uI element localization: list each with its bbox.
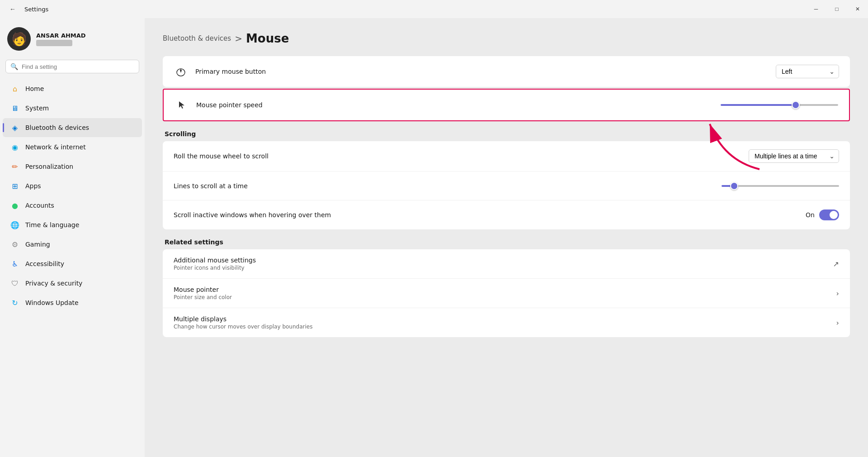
apps-label: Apps bbox=[25, 182, 41, 190]
home-icon: ⌂ bbox=[10, 84, 20, 94]
sidebar-item-network[interactable]: ◉Network & internet bbox=[3, 138, 142, 157]
content-wrapper: Primary mouse button Left Right bbox=[163, 56, 850, 337]
nav-list: ⌂Home🖥System◈Bluetooth & devices◉Network… bbox=[0, 79, 145, 313]
minimize-button[interactable]: ─ bbox=[806, 0, 826, 18]
primary-mouse-button-control: Left Right bbox=[776, 65, 839, 78]
network-icon: ◉ bbox=[10, 142, 20, 152]
scroll-inactive-control: On bbox=[806, 209, 839, 220]
mouse-pointer-speed-control bbox=[721, 104, 838, 106]
titlebar-left: ← Settings bbox=[5, 2, 48, 16]
accessibility-icon: ♿ bbox=[10, 259, 20, 269]
sidebar-item-time[interactable]: 🌐Time & language bbox=[3, 215, 142, 234]
maximize-button[interactable]: □ bbox=[826, 0, 847, 18]
user-profile[interactable]: 🧑 ANSAR AHMAD bbox=[0, 22, 145, 58]
roll-mouse-wheel-dropdown[interactable]: Multiple lines at a time One screen at a… bbox=[749, 149, 839, 163]
lines-to-scroll-control bbox=[722, 185, 839, 187]
search-icon: 🔍 bbox=[10, 63, 18, 70]
mouse-pointer-speed-label: Mouse pointer speed bbox=[196, 101, 721, 109]
network-label: Network & internet bbox=[25, 143, 86, 151]
accounts-icon: ● bbox=[10, 200, 20, 210]
apps-icon: ⊞ bbox=[10, 181, 20, 191]
related-row-multiple-displays-title: Multiple displays bbox=[174, 315, 836, 323]
user-subtitle bbox=[36, 40, 72, 46]
mouse-pointer-speed-slider-wrap bbox=[721, 104, 838, 106]
system-label: System bbox=[25, 105, 49, 112]
related-row-mouse-pointer-sub: Pointer size and color bbox=[174, 294, 836, 300]
roll-mouse-wheel-control: Multiple lines at a time One screen at a… bbox=[749, 149, 839, 163]
lines-to-scroll-row: Lines to scroll at a time bbox=[163, 171, 850, 200]
back-button[interactable]: ← bbox=[5, 2, 20, 16]
pointer-icon bbox=[175, 98, 189, 112]
sidebar-item-personalization[interactable]: ✏Personalization bbox=[3, 157, 142, 176]
scroll-inactive-row: Scroll inactive windows when hovering ov… bbox=[163, 200, 850, 229]
lines-to-scroll-slider[interactable] bbox=[722, 185, 839, 187]
home-label: Home bbox=[25, 85, 44, 92]
breadcrumb-separator: > bbox=[235, 33, 242, 44]
mouse-pointer-speed-slider[interactable] bbox=[721, 104, 838, 106]
related-row-multiple-displays[interactable]: Multiple displays Change how cursor move… bbox=[163, 308, 850, 337]
close-button[interactable]: ✕ bbox=[847, 0, 868, 18]
sidebar-item-bluetooth[interactable]: ◈Bluetooth & devices bbox=[3, 118, 142, 137]
breadcrumb: Bluetooth & devices > Mouse bbox=[163, 32, 850, 45]
personalization-label: Personalization bbox=[25, 163, 73, 170]
app-body: 🧑 ANSAR AHMAD 🔍 ⌂Home🖥System◈Bluetooth &… bbox=[0, 18, 868, 457]
scroll-inactive-toggle[interactable] bbox=[819, 209, 839, 220]
related-settings-card: Additional mouse settings Pointer icons … bbox=[163, 249, 850, 337]
lines-to-scroll-slider-wrap bbox=[722, 185, 839, 187]
lines-to-scroll-label: Lines to scroll at a time bbox=[174, 182, 722, 190]
svg-point-2 bbox=[180, 70, 182, 71]
primary-mouse-button-dropdown-wrap[interactable]: Left Right bbox=[776, 65, 839, 78]
search-input[interactable] bbox=[22, 63, 134, 70]
sidebar-item-gaming[interactable]: ⚙Gaming bbox=[3, 235, 142, 254]
accounts-label: Accounts bbox=[25, 202, 54, 209]
sidebar-item-privacy[interactable]: 🛡Privacy & security bbox=[3, 274, 142, 293]
sidebar-item-update[interactable]: ↻Windows Update bbox=[3, 293, 142, 312]
update-label: Windows Update bbox=[25, 299, 79, 306]
titlebar-title: Settings bbox=[24, 6, 48, 13]
update-icon: ↻ bbox=[10, 298, 20, 308]
chevron-right-icon-1: › bbox=[836, 289, 839, 298]
breadcrumb-parent[interactable]: Bluetooth & devices bbox=[163, 34, 231, 43]
related-row-additional-mouse[interactable]: Additional mouse settings Pointer icons … bbox=[163, 249, 850, 279]
roll-mouse-wheel-row: Roll the mouse wheel to scroll Multiple … bbox=[163, 141, 850, 171]
sidebar-item-apps[interactable]: ⊞Apps bbox=[3, 176, 142, 195]
roll-mouse-wheel-dropdown-wrap[interactable]: Multiple lines at a time One screen at a… bbox=[749, 149, 839, 163]
related-row-additional-mouse-title: Additional mouse settings bbox=[174, 257, 833, 264]
search-box[interactable]: 🔍 bbox=[5, 60, 139, 73]
user-name: ANSAR AHMAD bbox=[36, 32, 86, 39]
sidebar-item-accounts[interactable]: ●Accounts bbox=[3, 196, 142, 215]
sidebar-item-system[interactable]: 🖥System bbox=[3, 99, 142, 118]
privacy-label: Privacy & security bbox=[25, 280, 82, 287]
related-row-mouse-pointer[interactable]: Mouse pointer Pointer size and color › bbox=[163, 279, 850, 308]
sidebar-item-accessibility[interactable]: ♿Accessibility bbox=[3, 254, 142, 273]
related-settings-heading: Related settings bbox=[163, 238, 850, 246]
sidebar-item-home[interactable]: ⌂Home bbox=[3, 79, 142, 98]
primary-mouse-button-row: Primary mouse button Left Right bbox=[163, 56, 850, 87]
time-label: Time & language bbox=[25, 221, 79, 228]
time-icon: 🌐 bbox=[10, 220, 20, 230]
user-info: ANSAR AHMAD bbox=[36, 32, 86, 46]
breadcrumb-current: Mouse bbox=[246, 32, 289, 45]
related-row-mouse-pointer-title: Mouse pointer bbox=[174, 286, 836, 293]
personalization-icon: ✏ bbox=[10, 162, 20, 171]
titlebar-controls: ─ □ ✕ bbox=[806, 0, 868, 18]
scrolling-card: Roll the mouse wheel to scroll Multiple … bbox=[163, 141, 850, 229]
related-row-multiple-displays-text: Multiple displays Change how cursor move… bbox=[174, 315, 836, 330]
roll-mouse-wheel-label: Roll the mouse wheel to scroll bbox=[174, 152, 749, 160]
scroll-inactive-label: Scroll inactive windows when hovering ov… bbox=[174, 211, 806, 219]
primary-mouse-button-card: Primary mouse button Left Right bbox=[163, 56, 850, 87]
gaming-icon: ⚙ bbox=[10, 239, 20, 249]
primary-mouse-button-dropdown[interactable]: Left Right bbox=[776, 65, 839, 78]
related-row-mouse-pointer-text: Mouse pointer Pointer size and color bbox=[174, 286, 836, 300]
external-link-icon: ↗ bbox=[833, 260, 839, 268]
bluetooth-label: Bluetooth & devices bbox=[25, 124, 89, 131]
scroll-inactive-toggle-label: On bbox=[806, 211, 815, 219]
content-area: Bluetooth & devices > Mouse Primary mous… bbox=[145, 18, 868, 457]
scrolling-section-heading: Scrolling bbox=[163, 130, 850, 138]
mouse-pointer-speed-card: Mouse pointer speed bbox=[163, 89, 850, 121]
gaming-label: Gaming bbox=[25, 241, 50, 248]
related-row-multiple-displays-sub: Change how cursor moves over display bou… bbox=[174, 324, 836, 330]
chevron-right-icon-2: › bbox=[836, 319, 839, 327]
related-row-additional-mouse-sub: Pointer icons and visibility bbox=[174, 265, 833, 271]
accessibility-label: Accessibility bbox=[25, 260, 64, 267]
